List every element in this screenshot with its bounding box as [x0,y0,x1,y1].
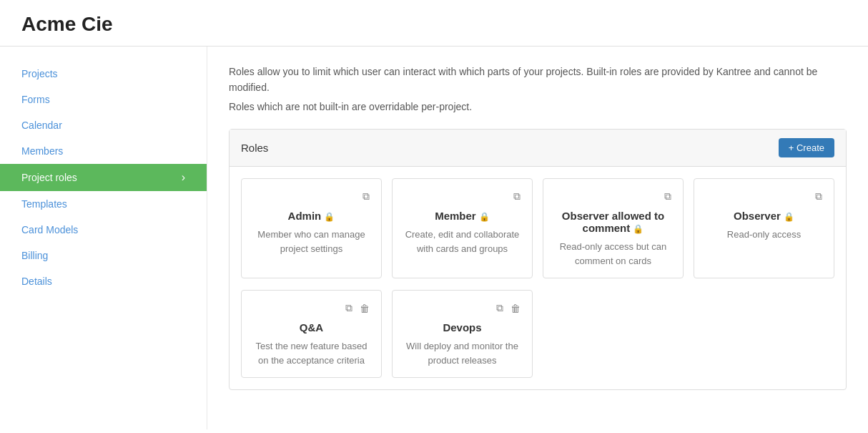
copy-role-observer-button[interactable]: ⧉ [814,189,824,204]
roles-grid-top: ⧉ Admin 🔒 Member who can manage project … [230,167,846,290]
role-card-qa-actions: ⧉ 🗑 [252,301,371,316]
sidebar-item-billing[interactable]: Billing [0,243,207,268]
delete-role-qa-button[interactable]: 🗑 [358,301,371,316]
role-observer-name: Observer 🔒 [704,210,824,222]
lock-icon: 🔒 [479,212,490,222]
roles-panel: Roles + Create ⧉ Admin 🔒 Member who can … [229,129,847,390]
role-card-qa: ⧉ 🗑 Q&A Test the new feature based on th… [241,290,382,378]
sidebar-item-project-roles[interactable]: Project roles › [0,164,207,191]
role-devops-desc: Will deploy and monitor the product rele… [403,339,522,367]
sidebar-item-calendar[interactable]: Calendar [0,112,207,138]
role-devops-name: Devops [403,321,522,334]
sidebar-item-label: Members [21,145,63,157]
copy-role-devops-button[interactable]: ⧉ [495,301,505,316]
sidebar-item-details[interactable]: Details [0,268,207,294]
lock-icon: 🔒 [324,212,335,222]
sidebar-item-templates[interactable]: Templates [0,191,207,217]
roles-title: Roles [241,142,268,154]
sidebar-item-label: Forms [21,94,50,105]
sidebar-item-forms[interactable]: Forms [0,87,207,112]
description-line1: Roles allow you to limit which user can … [229,64,847,96]
lock-icon: 🔒 [784,212,794,222]
role-observer-desc: Read-only access [704,228,824,242]
role-card-observer-actions: ⧉ [704,189,824,204]
description-block: Roles allow you to limit which user can … [229,64,847,115]
role-card-observer-comment: ⧉ Observer allowed to comment 🔒 Read-onl… [543,178,684,278]
copy-role-observer-comment-button[interactable]: ⧉ [663,189,673,204]
empty-slot-1 [543,290,684,378]
role-qa-name: Q&A [252,321,371,334]
app-title: Acme Cie [0,0,868,47]
roles-grid-bottom: ⧉ 🗑 Q&A Test the new feature based on th… [230,290,846,389]
role-card-admin: ⧉ Admin 🔒 Member who can manage project … [241,178,382,278]
role-card-observer: ⧉ Observer 🔒 Read-only access [694,178,834,278]
sidebar-item-label: Project roles [21,172,77,183]
role-card-devops-actions: ⧉ 🗑 [403,301,522,316]
copy-role-admin-button[interactable]: ⧉ [361,189,371,204]
sidebar-item-label: Billing [21,250,48,261]
sidebar-item-label: Projects [21,68,58,79]
sidebar: Projects Forms Calendar Members Project … [0,47,207,429]
role-admin-name: Admin 🔒 [252,210,371,222]
copy-role-member-button[interactable]: ⧉ [512,189,522,204]
roles-header: Roles + Create [230,130,846,167]
main-content: Roles allow you to limit which user can … [207,47,868,429]
delete-role-devops-button[interactable]: 🗑 [509,301,522,316]
sidebar-item-label: Templates [21,198,67,210]
role-card-member-actions: ⧉ [403,189,522,204]
role-card-devops: ⧉ 🗑 Devops Will deploy and monitor the p… [392,290,533,378]
sidebar-item-label: Details [21,276,52,287]
role-card-member: ⧉ Member 🔒 Create, edit and collaborate … [392,178,533,278]
role-member-desc: Create, edit and collaborate with cards … [403,228,522,256]
role-observer-comment-name: Observer allowed to comment 🔒 [553,210,673,234]
role-member-name: Member 🔒 [403,210,522,222]
role-qa-desc: Test the new feature based on the accept… [252,339,371,367]
sidebar-item-projects[interactable]: Projects [0,61,207,87]
sidebar-item-label: Card Models [21,224,78,235]
empty-slot-2 [694,290,834,378]
role-card-admin-actions: ⧉ [252,189,371,204]
copy-role-qa-button[interactable]: ⧉ [344,301,354,316]
create-role-button[interactable]: + Create [779,138,834,157]
description-line2: Roles which are not built-in are overrid… [229,99,847,115]
role-observer-comment-desc: Read-only access but can comment on card… [553,240,673,268]
lock-icon: 🔒 [633,224,643,234]
sidebar-item-card-models[interactable]: Card Models [0,217,207,243]
role-admin-desc: Member who can manage project settings [252,228,371,256]
sidebar-item-members[interactable]: Members [0,138,207,164]
role-card-observer-comment-actions: ⧉ [553,189,673,204]
sidebar-item-label: Calendar [21,120,62,131]
chevron-right-icon: › [182,171,185,184]
